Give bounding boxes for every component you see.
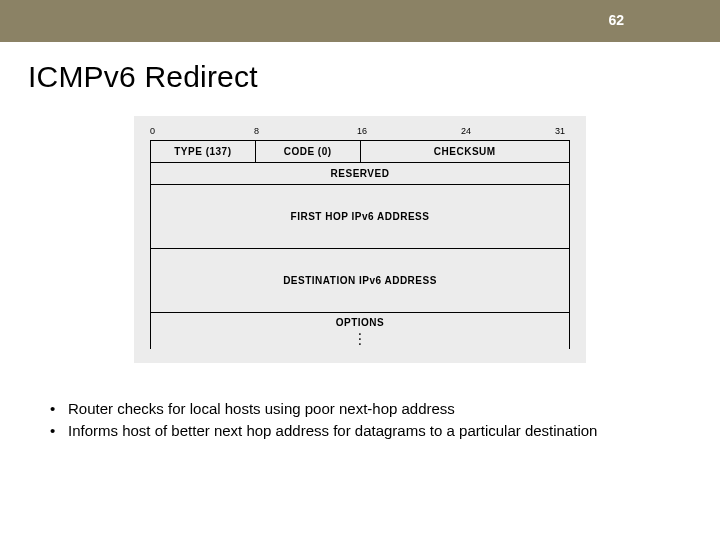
bullet-list: Router checks for local hosts using poor… <box>50 399 692 442</box>
slide-number: 62 <box>608 12 624 28</box>
bullet-2: Informs host of better next hop address … <box>50 421 692 441</box>
field-options: OPTIONS ... <box>151 313 570 349</box>
field-code: CODE (0) <box>255 141 360 163</box>
packet-table: TYPE (137) CODE (0) CHECKSUM RESERVED FI… <box>150 140 570 349</box>
packet-row-options: OPTIONS ... <box>151 313 570 349</box>
bit-scale: 0 8 16 24 31 <box>150 126 570 140</box>
field-checksum: CHECKSUM <box>360 141 570 163</box>
field-reserved: RESERVED <box>151 163 570 185</box>
field-destination: DESTINATION IPv6 ADDRESS <box>151 249 570 313</box>
bit-label-16: 16 <box>357 126 367 136</box>
bit-label-31: 31 <box>555 126 565 136</box>
field-type: TYPE (137) <box>151 141 256 163</box>
packet-row-firsthop: FIRST HOP IPv6 ADDRESS <box>151 185 570 249</box>
packet-row-reserved: RESERVED <box>151 163 570 185</box>
bit-label-8: 8 <box>254 126 259 136</box>
header-bar: 62 <box>0 0 720 42</box>
bit-label-24: 24 <box>461 126 471 136</box>
packet-diagram: 0 8 16 24 31 TYPE (137) CODE (0) CHECKSU… <box>134 116 586 363</box>
slide-title: ICMPv6 Redirect <box>28 60 720 94</box>
packet-row-header: TYPE (137) CODE (0) CHECKSUM <box>151 141 570 163</box>
field-first-hop: FIRST HOP IPv6 ADDRESS <box>151 185 570 249</box>
bullet-1: Router checks for local hosts using poor… <box>50 399 692 419</box>
bit-label-0: 0 <box>150 126 155 136</box>
packet-row-destination: DESTINATION IPv6 ADDRESS <box>151 249 570 313</box>
options-dots: ... <box>151 329 569 344</box>
